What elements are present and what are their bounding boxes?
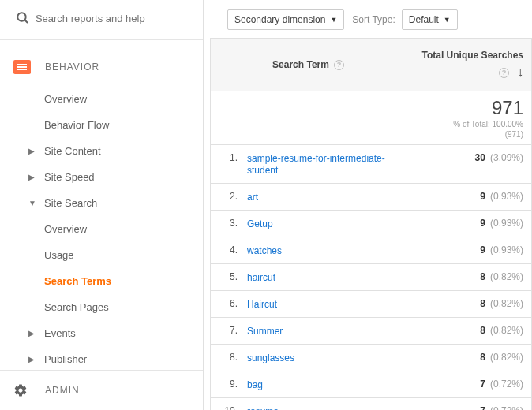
row-value: 8(0.82%) [406, 264, 532, 290]
row-value: 9(0.93%) [406, 184, 532, 210]
total-value: 971 [413, 97, 523, 119]
admin-label: ADMIN [45, 385, 80, 396]
search-terms-table: Search Term ? Total Unique Searches ? ↓ … [210, 38, 532, 410]
row-index: 4. [211, 237, 244, 263]
nav-site-search-usage[interactable]: Usage [0, 242, 203, 268]
chevron-down-icon: ▼ [444, 16, 451, 24]
chevron-right-icon: ▶ [28, 147, 44, 155]
search-term-link[interactable]: sample-resume-for-intermediate-student [247, 153, 385, 176]
search-term-link[interactable]: haircut [247, 272, 275, 283]
chevron-right-icon: ▶ [28, 173, 44, 181]
nav-events[interactable]: ▶Events [0, 320, 203, 346]
chevron-right-icon: ▶ [28, 329, 44, 337]
row-term: haircut [244, 264, 406, 290]
nav-publisher[interactable]: ▶Publisher [0, 346, 203, 370]
summary-row: 971 % of Total: 100.00% (971) [211, 91, 532, 145]
row-term: sample-resume-for-intermediate-student [244, 145, 406, 183]
table-row: 10.resume7(0.72%) [211, 398, 532, 410]
search-row [0, 0, 203, 40]
search-term-link[interactable]: Haircut [247, 299, 277, 310]
row-term: resume [244, 398, 406, 410]
nav-site-search-terms[interactable]: Search Terms [0, 268, 203, 294]
row-index: 9. [211, 371, 244, 397]
table-row: 8.sunglasses8(0.82%) [211, 345, 532, 371]
table-header: Search Term ? Total Unique Searches ? ↓ [211, 39, 532, 91]
row-value: 8(0.82%) [406, 318, 532, 344]
row-value: 9(0.93%) [406, 211, 532, 237]
nav-site-search-pages[interactable]: Search Pages [0, 294, 203, 320]
row-index: 7. [211, 318, 244, 344]
search-term-link[interactable]: bag [247, 379, 263, 390]
sidebar: BEHAVIOR ▶Overview ▶Behavior Flow ▶Site … [0, 0, 204, 410]
sort-desc-icon: ↓ [517, 65, 523, 80]
search-term-link[interactable]: Summer [247, 326, 283, 337]
row-index: 10. [211, 398, 244, 410]
svg-line-1 [24, 20, 28, 23]
nav: BEHAVIOR ▶Overview ▶Behavior Flow ▶Site … [0, 48, 203, 370]
row-value: 30(3.09%) [406, 145, 532, 183]
row-term: Summer [244, 318, 406, 344]
search-term-link[interactable]: resume [247, 406, 279, 410]
row-value: 9(0.93%) [406, 237, 532, 263]
total-count: (971) [413, 129, 523, 140]
search-icon [16, 11, 36, 25]
col-total-unique-searches[interactable]: Total Unique Searches ? ↓ [406, 39, 532, 91]
nav-site-search-overview[interactable]: Overview [0, 216, 203, 242]
row-value: 7(0.72%) [406, 398, 532, 410]
row-term: Haircut [244, 291, 406, 317]
row-term: bag [244, 371, 406, 397]
nav-site-search[interactable]: ▼Site Search [0, 190, 203, 216]
total-pct: % of Total: 100.00% [413, 119, 523, 129]
table-row: 4.watches9(0.93%) [211, 237, 532, 264]
behavior-icon [13, 60, 31, 74]
search-term-link[interactable]: art [247, 192, 258, 203]
table-controls: Secondary dimension ▼ Sort Type: Default… [210, 9, 532, 38]
row-index: 8. [211, 345, 244, 371]
row-index: 5. [211, 264, 244, 290]
chevron-down-icon: ▼ [28, 199, 44, 207]
table-row: 3.Getup9(0.93%) [211, 211, 532, 237]
nav-behavior-flow[interactable]: ▶Behavior Flow [0, 112, 203, 138]
search-term-link[interactable]: Getup [247, 218, 273, 229]
row-index: 2. [211, 184, 244, 210]
table-row: 1.sample-resume-for-intermediate-student… [211, 145, 532, 184]
row-value: 8(0.82%) [406, 345, 532, 371]
nav-overview[interactable]: ▶Overview [0, 86, 203, 112]
svg-point-0 [17, 13, 26, 21]
row-value: 8(0.82%) [406, 291, 532, 317]
secondary-dimension-dropdown[interactable]: Secondary dimension ▼ [227, 9, 344, 30]
search-term-link[interactable]: watches [247, 245, 282, 256]
chevron-down-icon: ▼ [330, 16, 337, 24]
main: Secondary dimension ▼ Sort Type: Default… [204, 0, 532, 410]
table-row: 6.Haircut8(0.82%) [211, 291, 532, 318]
section-behavior[interactable]: BEHAVIOR [0, 48, 203, 86]
row-term: Getup [244, 211, 406, 237]
row-term: art [244, 184, 406, 210]
nav-site-content[interactable]: ▶Site Content [0, 138, 203, 164]
search-input[interactable] [36, 13, 193, 24]
sort-type-label: Sort Type: [352, 14, 395, 25]
row-index: 3. [211, 211, 244, 237]
table-row: 7.Summer8(0.82%) [211, 318, 532, 345]
col-search-term[interactable]: Search Term ? [211, 39, 406, 91]
section-label: BEHAVIOR [45, 62, 99, 73]
row-index: 1. [211, 145, 244, 183]
nav-site-speed[interactable]: ▶Site Speed [0, 164, 203, 190]
row-term: sunglasses [244, 345, 406, 371]
chevron-right-icon: ▶ [28, 355, 44, 363]
table-row: 9.bag7(0.72%) [211, 371, 532, 398]
table-row: 2.art9(0.93%) [211, 184, 532, 211]
admin-row[interactable]: ADMIN [0, 370, 203, 410]
row-value: 7(0.72%) [406, 371, 532, 397]
help-icon[interactable]: ? [334, 60, 344, 70]
gear-icon [13, 383, 31, 397]
search-term-link[interactable]: sunglasses [247, 352, 294, 363]
sort-type-dropdown[interactable]: Default ▼ [402, 9, 458, 30]
help-icon[interactable]: ? [499, 68, 509, 78]
table-row: 5.haircut8(0.82%) [211, 264, 532, 291]
row-term: watches [244, 237, 406, 263]
row-index: 6. [211, 291, 244, 317]
